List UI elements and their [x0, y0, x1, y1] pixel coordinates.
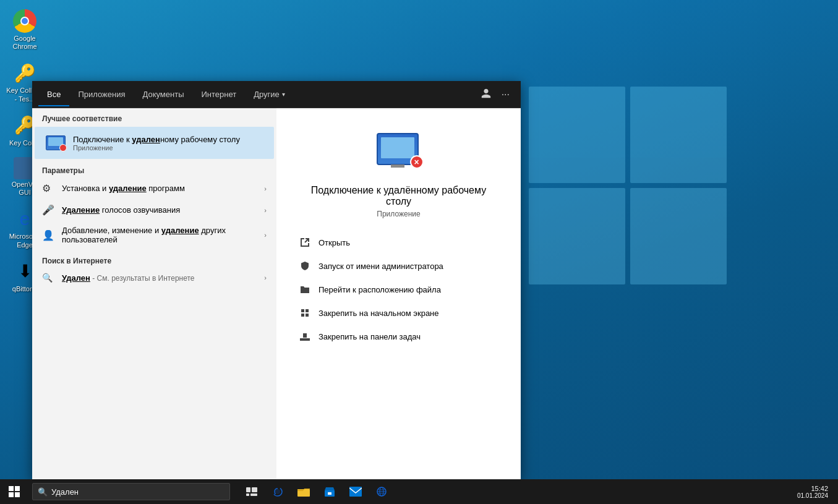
- tab-internet[interactable]: Интернет: [192, 82, 245, 106]
- tab-all[interactable]: Все: [38, 82, 69, 106]
- action-file-location[interactable]: Перейти к расположению файла: [289, 278, 508, 301]
- taskbar: 🔍 Удален: [0, 479, 838, 504]
- action-pin-taskbar-label: Закрепить на панели задач: [319, 332, 421, 341]
- settings-item-text-voices: Удаление голосов озвучивания: [62, 205, 264, 215]
- svg-rect-0: [301, 309, 304, 312]
- left-panel: Лучшее соответствие Подключение к удален…: [32, 108, 276, 479]
- arrow-right-icon2: ›: [264, 207, 267, 214]
- tab-other[interactable]: Другие ▾: [245, 82, 294, 106]
- internet-section-label: Поиск в Интернете: [32, 249, 276, 268]
- svg-rect-16: [297, 489, 303, 490]
- action-list: Открыть Запуск от имени администратора П…: [289, 231, 508, 348]
- svg-rect-10: [246, 487, 250, 492]
- mic-icon: 🎤: [42, 204, 56, 216]
- settings-item-install[interactable]: ⚙ Установка и удаление программ ›: [32, 177, 276, 199]
- desktop-icon-chrome[interactable]: Google Chrome: [3, 6, 46, 53]
- best-match-subtitle: Приложение: [73, 144, 240, 152]
- best-match-item[interactable]: Подключение к удаленному рабочему столу …: [35, 127, 274, 159]
- svg-rect-1: [306, 309, 309, 312]
- svg-rect-18: [328, 492, 331, 495]
- chrome-icon: [13, 9, 36, 33]
- person-icon: 👤: [42, 229, 56, 241]
- search-person-icon[interactable]: [476, 84, 497, 105]
- arrow-right-icon: ›: [264, 185, 267, 192]
- shield-icon: [299, 260, 311, 272]
- settings-section-label: Параметры: [32, 159, 276, 177]
- more-options-icon[interactable]: ···: [497, 85, 515, 104]
- svg-rect-9: [15, 492, 20, 497]
- search-tabs: Все Приложения Документы Интернет Другие…: [32, 81, 521, 108]
- best-match-title: Подключение к удаленному рабочему столу: [73, 135, 240, 144]
- folder-open-icon: [299, 283, 311, 296]
- action-pin-start-label: Закрепить на начальном экране: [319, 309, 439, 318]
- taskbar-edge-icon[interactable]: [266, 479, 289, 504]
- pin-start-icon: [299, 307, 311, 319]
- chrome-label: Google Chrome: [6, 35, 44, 51]
- web-search-icon: 🔍: [42, 273, 56, 283]
- action-run-admin[interactable]: Запуск от имени администратора: [289, 254, 508, 278]
- settings-item-voices[interactable]: 🎤 Удаление голосов озвучивания ›: [32, 199, 276, 221]
- svg-rect-8: [9, 492, 14, 497]
- taskbar-icon-area: [240, 479, 393, 504]
- app-detail-name: Подключение к удалённому рабочемустолу: [311, 185, 486, 207]
- best-match-label: Лучшее соответствие: [32, 108, 276, 127]
- svg-rect-4: [300, 338, 310, 341]
- windows-logo: [529, 87, 727, 284]
- tab-docs[interactable]: Документы: [134, 82, 192, 106]
- taskbar-ie-icon[interactable]: [370, 479, 393, 504]
- taskbar-search[interactable]: 🔍 Удален: [32, 483, 230, 500]
- taskbar-mail-icon[interactable]: [344, 479, 367, 504]
- action-location-label: Перейти к расположению файла: [319, 285, 441, 294]
- taskbar-fileexplorer-icon[interactable]: [292, 479, 315, 504]
- search-input-text: Удален: [51, 487, 79, 497]
- rdp-badge-icon: ×: [410, 155, 424, 169]
- svg-rect-2: [301, 314, 304, 317]
- app-detail-type: Приложение: [377, 210, 420, 218]
- svg-point-14: [275, 489, 280, 494]
- menu-body: Лучшее соответствие Подключение к удален…: [32, 108, 521, 479]
- rdp-small-icon: [45, 132, 67, 154]
- svg-rect-13: [250, 493, 257, 496]
- internet-item-search[interactable]: 🔍 Удален - См. результаты в Интернете ›: [32, 268, 276, 288]
- gear-icon: ⚙: [42, 182, 56, 194]
- desktop: Google Chrome 🔑 Key Coll 4.1 - Tes... 🔑 …: [0, 0, 838, 504]
- action-pin-start[interactable]: Закрепить на начальном экране: [289, 301, 508, 325]
- settings-item-text-install: Установка и удаление программ: [62, 184, 264, 193]
- action-open[interactable]: Открыть: [289, 231, 508, 254]
- svg-rect-12: [246, 493, 249, 496]
- taskbar-taskview-icon[interactable]: [240, 479, 263, 504]
- svg-rect-5: [303, 333, 307, 338]
- pin-taskbar-icon: [299, 330, 311, 343]
- settings-item-text-users: Добавление, изменение и удаление других …: [62, 226, 264, 244]
- start-button[interactable]: [0, 479, 28, 504]
- right-panel: × Подключение к удалённому рабочемустолу…: [276, 108, 521, 479]
- search-icon: 🔍: [38, 487, 48, 497]
- action-open-label: Открыть: [319, 238, 350, 247]
- arrow-right-icon3: ›: [264, 231, 267, 239]
- app-detail-icon: ×: [374, 127, 424, 176]
- start-menu: Все Приложения Документы Интернет Другие…: [32, 81, 521, 479]
- settings-item-users[interactable]: 👤 Добавление, изменение и удаление други…: [32, 221, 276, 249]
- svg-rect-19: [349, 487, 362, 497]
- taskbar-right: 15:42 01.01.2024: [793, 484, 838, 500]
- svg-rect-11: [252, 487, 257, 492]
- taskbar-clock[interactable]: 15:42 01.01.2024: [793, 484, 832, 500]
- tab-apps[interactable]: Приложения: [69, 82, 134, 106]
- action-admin-label: Запуск от имени администратора: [319, 262, 443, 271]
- chevron-down-icon: ▾: [282, 91, 285, 98]
- arrow-right-icon4: ›: [264, 274, 267, 281]
- taskbar-store-icon[interactable]: [318, 479, 341, 504]
- internet-item-text: Удален - См. результаты в Интернете: [62, 273, 264, 283]
- svg-rect-3: [306, 314, 309, 317]
- open-icon: [299, 236, 311, 249]
- svg-rect-6: [9, 486, 14, 491]
- svg-rect-7: [15, 486, 20, 491]
- action-pin-taskbar[interactable]: Закрепить на панели задач: [289, 325, 508, 348]
